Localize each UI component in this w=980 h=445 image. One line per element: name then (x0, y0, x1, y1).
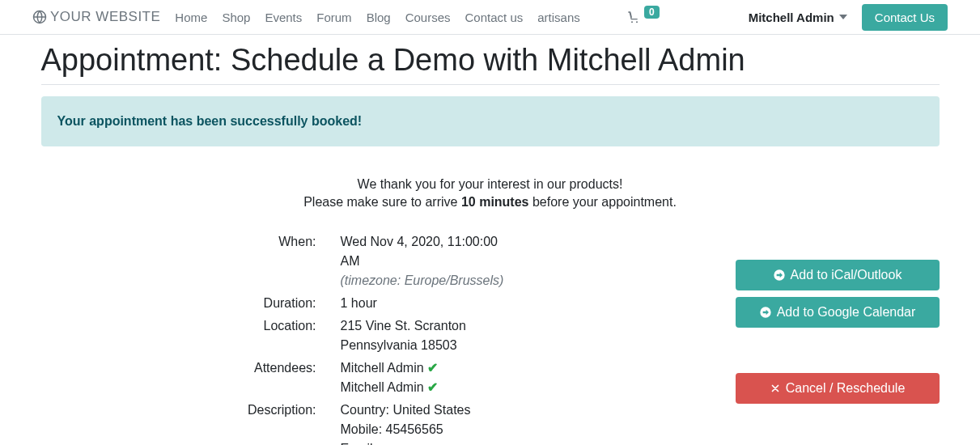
nav-blog[interactable]: Blog (367, 11, 391, 24)
nav-courses[interactable]: Courses (405, 11, 451, 24)
attendee-row: Mitchell Admin✔ (341, 358, 511, 378)
close-icon (770, 383, 781, 394)
caret-down-icon (839, 15, 847, 19)
main-nav: Home Shop Events Forum Blog Courses Cont… (175, 11, 579, 24)
thank-you-block: We thank you for your interest in our pr… (41, 177, 940, 210)
value-location: 215 Vine St. Scranton Pennsylvania 18503 (341, 316, 511, 355)
action-panel: Add to iCal/Outlook Add to Google Calend… (578, 232, 940, 445)
label-when: When: (41, 232, 341, 290)
nav-shop[interactable]: Shop (222, 11, 250, 24)
label-attendees: Attendees: (41, 358, 341, 397)
user-menu[interactable]: Mitchell Admin (749, 11, 847, 24)
label-location: Location: (41, 316, 341, 355)
nav-home[interactable]: Home (175, 11, 207, 24)
top-navbar: YOUR WEBSITE Home Shop Events Forum Blog… (0, 0, 980, 35)
appointment-details: When: Wed Nov 4, 2020, 11:00:00 AM (time… (41, 232, 578, 445)
contact-us-button[interactable]: Contact Us (862, 4, 948, 31)
arrow-right-icon (773, 269, 786, 282)
label-description: Description: (41, 400, 341, 445)
cart-count-badge: 0 (644, 6, 660, 19)
page-title: Appointment: Schedule a Demo with Mitche… (41, 43, 940, 85)
nav-contact[interactable]: Contact us (465, 11, 524, 24)
value-duration: 1 hour (341, 294, 511, 313)
check-icon: ✔ (427, 361, 438, 375)
check-icon: ✔ (427, 380, 438, 394)
cart-button[interactable]: 0 (626, 11, 660, 23)
user-name: Mitchell Admin (749, 11, 834, 24)
cancel-reschedule-button[interactable]: Cancel / Reschedule (736, 373, 940, 404)
thanks-line-1: We thank you for your interest in our pr… (41, 177, 940, 192)
cart-icon (626, 11, 641, 23)
value-attendees: Mitchell Admin✔ Mitchell Admin✔ (341, 358, 511, 397)
value-when: Wed Nov 4, 2020, 11:00:00 AM (timezone: … (341, 232, 511, 290)
thanks-line-2: Please make sure to arrive 10 minutes be… (41, 195, 940, 210)
nav-forum[interactable]: Forum (316, 11, 351, 24)
appointment-body: When: Wed Nov 4, 2020, 11:00:00 AM (time… (41, 232, 940, 445)
globe-icon (32, 10, 47, 24)
nav-events[interactable]: Events (265, 11, 302, 24)
label-duration: Duration: (41, 294, 341, 313)
add-ical-button[interactable]: Add to iCal/Outlook (736, 260, 940, 290)
nav-artisans[interactable]: artisans (537, 11, 580, 24)
value-description: Country: United States Mobile: 45456565 … (341, 400, 511, 445)
site-logo[interactable]: YOUR WEBSITE (32, 9, 160, 25)
logo-text: YOUR WEBSITE (50, 9, 160, 25)
page-container: Appointment: Schedule a Demo with Mitche… (41, 43, 940, 445)
attendee-row: Mitchell Admin✔ (341, 378, 511, 397)
arrow-right-icon (759, 306, 772, 319)
add-google-calendar-button[interactable]: Add to Google Calendar (736, 297, 940, 328)
success-alert: Your appointment has been successfully b… (41, 96, 940, 146)
